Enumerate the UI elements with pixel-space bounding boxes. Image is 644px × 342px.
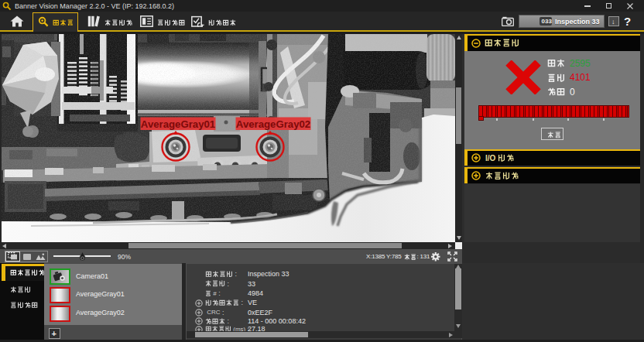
svg-text:AverageGray01: AverageGray01: [141, 118, 215, 130]
svg-text:AverageGray02: AverageGray02: [236, 118, 310, 130]
